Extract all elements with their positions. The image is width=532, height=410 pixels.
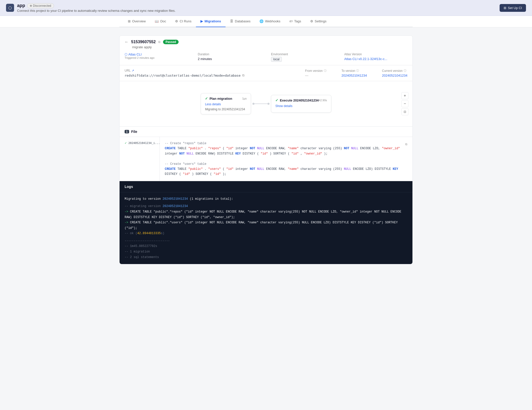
atlas-version-section: Atlas Version Atlas CLI v0.22.1-324f13c-…	[344, 53, 408, 61]
current-version-value: 20240521041234	[382, 74, 407, 77]
log-line-2: -- migrating version 20240521041234	[125, 204, 407, 209]
banner-left: ⬡ app Disconnected Connect this project …	[6, 3, 176, 13]
tab-ci-runs[interactable]: ⚙ CI Runs	[171, 16, 196, 27]
external-link-icon: ⬡	[125, 53, 127, 56]
col-id-2: "id"	[226, 167, 234, 171]
triggered-time: Triggered 2 minutes ago	[125, 56, 188, 59]
log-line-8: -- 2 sql statements	[125, 255, 407, 260]
flow-node-execute-header: ✓ Execute 20240521041234 42.90s	[275, 98, 327, 102]
col-type-4: integer	[235, 167, 250, 171]
plan-node-desc: Migrating to 20240521041234	[205, 108, 247, 111]
setup-ci-label: Set Up CI	[508, 6, 522, 10]
plan-check-icon: ✓	[205, 96, 208, 100]
migration-detail-panel: ← 51539607552 ⧉ Passed migrate apply ⬡ A…	[119, 35, 413, 264]
tab-doc[interactable]: 📖 Doc	[150, 16, 171, 27]
zoom-in-button[interactable]: +	[401, 92, 408, 99]
sortkey-1: ) SORTKEY (	[270, 152, 290, 156]
tab-doc-label: Doc	[160, 19, 166, 23]
copy-url-button[interactable]: ⧉	[242, 73, 244, 77]
key-kw-1: KEY	[235, 152, 241, 156]
log-divider: -------------------------	[125, 238, 407, 244]
col-len-2: (255)	[333, 167, 344, 171]
tab-migrations-label: Migrations	[204, 19, 221, 23]
encode-raw-1: ENCODE RAW,	[266, 147, 288, 150]
encode-lzo-1: ENCODE LZO,	[360, 147, 382, 150]
setup-ci-icon: ⊞	[504, 6, 506, 10]
play-icon: ▶	[200, 19, 203, 23]
banner-info: app Disconnected Connect this project to…	[17, 3, 176, 13]
tab-settings-label: Settings	[315, 19, 327, 23]
execute-show-details-link[interactable]: Show details	[275, 104, 327, 108]
back-arrow-button[interactable]: ←	[125, 40, 129, 44]
log-spacer-1	[125, 202, 407, 204]
atlas-version-value: Atlas CLI v0.22.1-324f13c-c...	[344, 57, 408, 61]
from-version-col: From version ⓘ —	[305, 69, 327, 77]
semi-2: );	[223, 172, 226, 176]
tab-tags[interactable]: 🏷 Tags	[285, 16, 305, 27]
not-kw-1: NOT	[250, 147, 255, 150]
file-list-item[interactable]: ✓ 20240521041234_i...	[123, 140, 156, 146]
log-line-7: -- 1 migration	[125, 249, 407, 255]
paren-open-2: (	[223, 167, 224, 171]
null-kw-5: NULL	[344, 167, 353, 171]
atlas-cli-link[interactable]: ⬡ Atlas CLI	[125, 53, 188, 56]
table-name-2: "users"	[208, 167, 221, 171]
log-migrations-count: -- 1 migration	[125, 250, 150, 253]
flow-nodes: ✓ Plan migration 1µs Less details Migrat…	[201, 93, 331, 114]
tab-settings[interactable]: ⚙ Settings	[306, 16, 331, 27]
tab-tags-label: Tags	[294, 19, 301, 23]
files-section: 1 File ✓ 20240521041234_i... ⧉ -- Create…	[120, 126, 412, 181]
tab-databases[interactable]: 🗄 Databases	[226, 16, 255, 27]
col-type-5: character varying	[300, 167, 331, 171]
logs-section: Logs Migrating to version 20240521041234…	[120, 181, 412, 264]
duration-label: Duration	[198, 53, 261, 56]
url-row: URL ↗ redshiftdata://root@cluster(atlas-…	[120, 65, 412, 81]
globe-icon: 🌐	[259, 19, 263, 23]
fit-view-button[interactable]: ⊡	[401, 108, 408, 115]
tab-webhooks[interactable]: 🌐 Webhooks	[255, 16, 285, 27]
distkey-col-1: "id"	[261, 152, 268, 156]
log-version-2: 20240521041234	[163, 204, 188, 208]
copy-code-button[interactable]: ⧉	[405, 142, 407, 147]
external-link-icon-url[interactable]: ↗	[132, 69, 134, 72]
not-kw-3: NOT	[179, 152, 185, 156]
setup-ci-button[interactable]: ⊞ Set Up CI	[500, 4, 526, 12]
col-type-3: integer	[165, 152, 179, 156]
null-kw-4: NULL	[257, 167, 266, 171]
log-create-users: CREATE TABLE "public"."users" ("id" inte…	[125, 221, 398, 230]
semi-1: );	[324, 152, 328, 156]
tab-ci-runs-label: CI Runs	[180, 19, 191, 23]
null-kw-2: NULL	[351, 147, 360, 150]
flow-diagram-area: ✓ Plan migration 1µs Less details Migrat…	[120, 81, 412, 126]
schema-name-2: "public"	[188, 167, 203, 171]
migration-header: ← 51539607552 ⧉ Passed migrate apply ⬡ A…	[120, 36, 412, 65]
tab-migrations[interactable]: ▶ Migrations	[196, 16, 226, 27]
not-kw-2: NOT	[344, 147, 349, 150]
to-version-col: To version ⓘ 20240521041234	[342, 69, 367, 77]
sortkey-col-1: "id"	[291, 152, 299, 156]
gear-icon: ⚙	[310, 19, 313, 23]
plan-less-details-link[interactable]: Less details	[205, 102, 247, 106]
files-title: File	[131, 130, 137, 134]
book-icon: 📖	[155, 19, 159, 23]
col-name-2: "name"	[288, 167, 299, 171]
copy-id-button[interactable]: ⧉	[158, 40, 161, 44]
col-type-1: integer	[235, 147, 250, 150]
to-version-value: 20240521041234	[342, 74, 367, 77]
create-keyword-2: CREATE	[165, 167, 176, 171]
null-kw-3: NULL	[186, 152, 194, 156]
code-area: ✓ 20240521041234_i... ⧉ -- Create "repos…	[120, 137, 412, 181]
tab-overview[interactable]: ⊞ Overview	[123, 16, 150, 27]
comma-1: ,	[300, 152, 304, 156]
url-section: URL ↗ redshiftdata://root@cluster(atlas-…	[125, 69, 244, 77]
flow-node-execute: ✓ Execute 20240521041234 42.90s Show det…	[271, 95, 331, 113]
logs-header: Logs	[120, 181, 412, 192]
table-name-1: "repos"	[208, 147, 221, 150]
dot-2: .	[204, 167, 206, 171]
current-version-label: Current version ⓘ	[382, 69, 407, 73]
triggered-section: ⬡ Atlas CLI Triggered 2 minutes ago	[125, 53, 188, 59]
zoom-out-button[interactable]: −	[401, 100, 408, 107]
logs-title: Logs	[125, 185, 133, 189]
code-comment-2: -- Create "users" table	[165, 162, 206, 166]
log-spacer-2	[125, 236, 407, 238]
